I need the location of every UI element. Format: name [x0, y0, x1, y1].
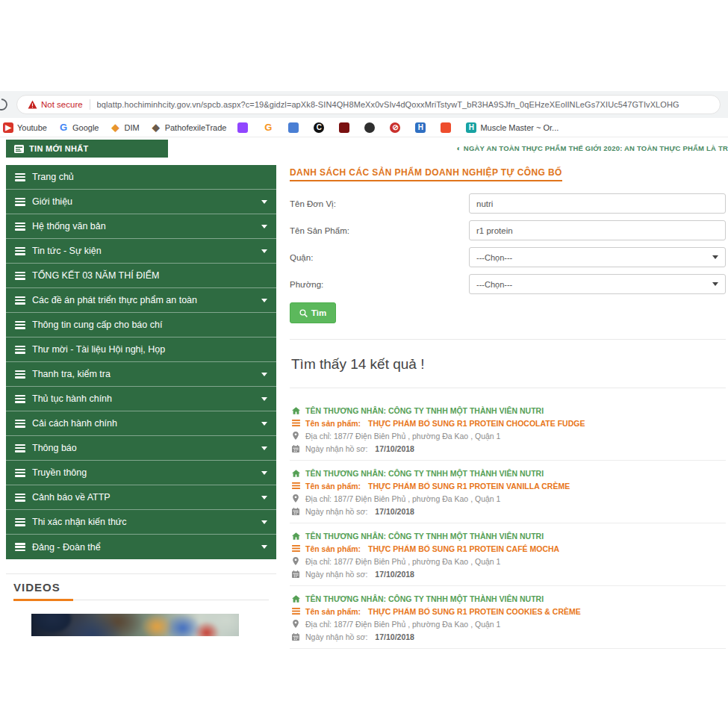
- sidebar-menu-item[interactable]: Thông báo: [6, 436, 276, 461]
- result-item[interactable]: TÊN THƯƠNG NHÂN: CÔNG TY TNHH MỘT THÀNH …: [290, 461, 726, 523]
- result-item[interactable]: TÊN THƯƠNG NHÂN: CÔNG TY TNHH MỘT THÀNH …: [290, 398, 726, 461]
- product-label: Tên sản phẩm:: [305, 482, 361, 491]
- district-label: Quận:: [290, 253, 469, 262]
- calendar-icon: [291, 445, 300, 452]
- chevron-down-icon: [261, 299, 267, 302]
- sidebar-menu-item[interactable]: Thanh tra, kiểm tra: [6, 362, 276, 387]
- sidebar-menu-item-label: Thư mời - Tài liệu Hội nghị, Họp: [32, 344, 165, 355]
- videos-section: VIDEOS: [6, 573, 276, 636]
- calendar-icon: [291, 570, 300, 578]
- chevron-down-icon: [712, 255, 718, 259]
- chevron-down-icon: [261, 397, 267, 401]
- district-select-value: ---Chọn---: [476, 253, 512, 262]
- search-button[interactable]: Tìm: [290, 302, 336, 323]
- main-content: DANH SÁCH CÁC SẢN PHẨM DOANH NGHIỆP TỰ C…: [290, 165, 728, 649]
- chevron-down-icon: [261, 422, 267, 426]
- bookmark-label: DIM: [124, 123, 139, 132]
- chevron-down-icon: [261, 545, 267, 549]
- sidebar-menu-item[interactable]: Hệ thống văn bản: [6, 214, 276, 239]
- received-date: 17/10/2018: [375, 444, 414, 453]
- bookmark-item[interactable]: ◆ PathofexileTrade: [151, 122, 227, 133]
- bookmark-favicon: H: [466, 122, 476, 133]
- url-text[interactable]: bqlattp.hochiminhcity.gov.vn/spcb.aspx?c…: [97, 100, 679, 109]
- list-icon: [291, 482, 300, 489]
- video-thumbnail[interactable]: [31, 614, 239, 636]
- sidebar-menu-item[interactable]: Thư mời - Tài liệu Hội nghị, Họp: [6, 337, 276, 362]
- bookmark-item[interactable]: [364, 122, 379, 133]
- result-item[interactable]: TÊN THƯƠNG NHÂN: CÔNG TY TNHH MỘT THÀNH …: [290, 586, 726, 649]
- sidebar-menu-item[interactable]: Các đề án phát triển thực phẩm an toàn: [6, 288, 276, 313]
- list-icon: [291, 420, 300, 426]
- product-name: THỰC PHẨM BỔ SUNG R1 PROTEIN CHOCOLATE F…: [368, 419, 585, 428]
- bookmark-label: Muscle Master ~ Or...: [480, 123, 559, 132]
- list-icon: [15, 321, 25, 329]
- unit-name-label: Tên Đơn Vị:: [290, 199, 469, 208]
- bookmark-item[interactable]: G: [263, 122, 277, 133]
- trader-name: TÊN THƯƠNG NHÂN: CÔNG TY TNHH MỘT THÀNH …: [305, 594, 544, 603]
- result-item[interactable]: TÊN THƯƠNG NHÂN: CÔNG TY TNHH MỘT THÀNH …: [290, 523, 726, 586]
- list-icon: [15, 223, 25, 231]
- unit-name-input[interactable]: [469, 193, 726, 214]
- chevron-down-icon: [261, 225, 267, 228]
- not-secure-label[interactable]: Not secure: [41, 100, 83, 109]
- bookmark-favicon: G: [58, 122, 69, 133]
- district-select[interactable]: ---Chọn---: [469, 247, 726, 267]
- search-form: Tên Đơn Vị: Tên Sản Phẩm: Quận: ---Chọn-…: [290, 193, 726, 323]
- sidebar-menu-item[interactable]: Cảnh báo về ATTP: [6, 485, 276, 510]
- list-icon: [15, 247, 25, 255]
- bookmark-favicon: G: [263, 122, 273, 133]
- bookmark-item[interactable]: ⊘: [390, 122, 404, 133]
- bookmark-favicon: [339, 122, 349, 133]
- bookmark-item[interactable]: [288, 122, 302, 133]
- sidebar-menu-item[interactable]: Thông tin cung cấp cho báo chí: [6, 313, 276, 337]
- received-date-label: Ngày nhận hồ sơ:: [305, 570, 367, 579]
- list-icon: [15, 420, 25, 428]
- bookmark-item[interactable]: C: [314, 122, 328, 133]
- bookmark-favicon: [364, 122, 375, 133]
- sidebar-menu-item[interactable]: Truyền thông: [6, 461, 276, 485]
- sidebar-menu-item[interactable]: Tin tức - Sự kiện: [6, 239, 276, 264]
- search-icon: [299, 309, 308, 317]
- sidebar-menu-item[interactable]: Thủ tục hành chính: [6, 387, 276, 411]
- map-pin-icon: [291, 494, 300, 503]
- bookmark-item[interactable]: ▶ Youtube: [3, 122, 47, 133]
- reload-icon[interactable]: [0, 97, 9, 112]
- results-summary: Tìm thấy 14 kết quả !: [291, 356, 726, 373]
- sidebar-menu-item-label: Cải cách hành chính: [32, 418, 117, 429]
- product-name-input[interactable]: [469, 220, 726, 240]
- sidebar-menu-item-label: Trang chủ: [32, 172, 74, 182]
- bookmark-item[interactable]: ◆ DIM: [110, 122, 139, 133]
- sidebar-menu-item[interactable]: Trang chủ: [6, 165, 276, 190]
- home-icon: [291, 532, 300, 540]
- list-icon: [15, 543, 25, 551]
- sidebar-menu-item[interactable]: Giới thiệu: [6, 190, 276, 214]
- list-icon: [15, 173, 25, 181]
- bookmark-item[interactable]: H: [415, 122, 429, 133]
- videos-rule: [13, 599, 269, 601]
- ticker-bullet-icon: ◐: [457, 144, 461, 152]
- trader-name: TÊN THƯƠNG NHÂN: CÔNG TY TNHH MỘT THÀNH …: [305, 469, 544, 478]
- bookmark-favicon: C: [314, 122, 324, 133]
- sidebar: Trang chủ Giới thiệu Hệ thống văn bản: [6, 165, 276, 649]
- sidebar-menu-item[interactable]: Thi xác nhận kiến thức: [6, 510, 276, 535]
- bookmark-item[interactable]: [237, 122, 252, 133]
- bookmark-item[interactable]: [441, 122, 455, 133]
- sidebar-menu-item[interactable]: TỔNG KẾT 03 NĂM THÍ ĐIỂM: [6, 264, 276, 288]
- bookmark-item[interactable]: H Muscle Master ~ Or...: [466, 122, 559, 133]
- ward-select[interactable]: ---Chọn---: [469, 274, 726, 294]
- bookmark-favicon: [237, 122, 248, 133]
- videos-heading: VIDEOS: [13, 581, 269, 594]
- sidebar-menu-item[interactable]: Đảng - Đoàn thể: [6, 535, 276, 559]
- bookmark-label: Google: [72, 123, 99, 132]
- list-icon: [15, 469, 25, 477]
- bookmark-item[interactable]: [339, 122, 353, 133]
- received-date-label: Ngày nhận hồ sơ:: [305, 632, 367, 641]
- bookmark-item[interactable]: G Google: [58, 122, 99, 133]
- sidebar-menu-item-label: TỔNG KẾT 03 NĂM THÍ ĐIỂM: [32, 270, 159, 281]
- address-bar[interactable]: Not secure bqlattp.hochiminhcity.gov.vn/…: [16, 95, 721, 114]
- not-secure-warning-icon[interactable]: [28, 100, 37, 109]
- product-name-label: Tên Sản Phẩm:: [290, 226, 469, 235]
- latest-news-tab[interactable]: TIN MỚI NHẤT: [6, 140, 168, 158]
- sidebar-menu-item[interactable]: Cải cách hành chính: [6, 411, 276, 436]
- ticker-headline[interactable]: ◐NGÀY AN TOÀN THỰC PHẨM THẾ GIỚI 2020: A…: [457, 144, 728, 152]
